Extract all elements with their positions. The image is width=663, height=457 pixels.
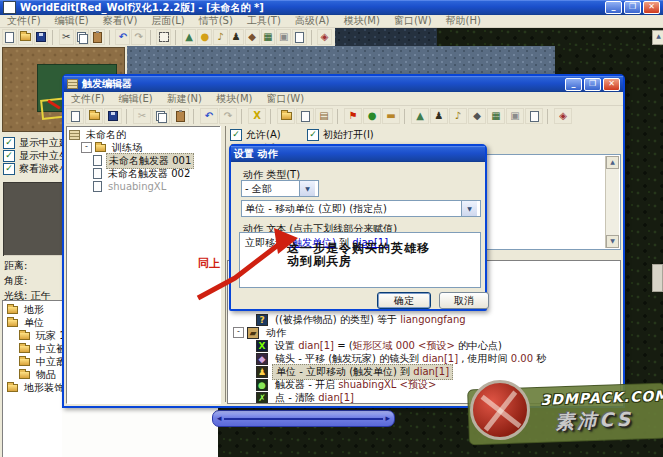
undo-icon[interactable]: ↶ (200, 108, 218, 124)
chevron-down-icon[interactable]: ▼ (299, 181, 315, 196)
region-palette-icon[interactable]: ▦ (261, 29, 276, 45)
te-menu-1[interactable]: 编辑(E) (112, 91, 160, 107)
map-scroll-widget[interactable]: ◂▸ (212, 410, 395, 427)
action-type-select[interactable]: 单位 - 移动单位 (立即) (指定点) ▼ (241, 200, 481, 217)
redo-icon[interactable]: ↷ (131, 29, 146, 45)
test-map-icon[interactable]: ◈ (554, 108, 572, 124)
sound-editor-icon[interactable]: ♪ (449, 108, 467, 124)
cancel-button[interactable]: 取消 (439, 292, 489, 309)
paste-icon[interactable] (90, 29, 105, 45)
te-tree-item[interactable]: 未命名的 (67, 128, 220, 141)
redo-icon[interactable]: ↷ (219, 108, 237, 124)
new-icon[interactable] (66, 108, 84, 124)
scroll-up-icon[interactable]: ▲ (606, 156, 619, 169)
tree-expander-icon[interactable]: - (233, 327, 244, 338)
object-editor-icon[interactable] (292, 29, 307, 45)
unit-editor-icon[interactable]: ♟ (430, 108, 448, 124)
text-segment: 动作 (266, 327, 286, 338)
te-tree-item[interactable]: 未命名触发器 002 (67, 167, 220, 180)
new-category-icon[interactable] (277, 108, 295, 124)
camera-editor-icon[interactable]: ◆ (468, 108, 486, 124)
main-menu-3[interactable]: 层面(L) (144, 13, 191, 29)
sound-editor-icon[interactable]: ♪ (213, 29, 228, 45)
region-editor-icon[interactable]: ▦ (487, 108, 505, 124)
tree-expander-icon[interactable]: - (81, 142, 92, 153)
comment-scrollbar[interactable]: ▲ ▼ (605, 156, 619, 248)
main-menu-6[interactable]: 高级(A) (288, 13, 337, 29)
new-map-icon[interactable] (2, 29, 17, 45)
map-water[interactable] (125, 46, 555, 76)
import-manager-icon[interactable]: ▣ (506, 108, 524, 124)
te-menu-3[interactable]: 模块(M) (209, 91, 259, 107)
main-menu-1[interactable]: 编辑(E) (48, 13, 96, 29)
map-scroll-up[interactable]: ▲ (652, 30, 663, 45)
scroll-down-icon[interactable]: ▼ (606, 235, 619, 248)
save-icon[interactable] (104, 108, 122, 124)
function-row[interactable]: ?((被操作物品) 的类型) 等于 liangongfang (229, 313, 619, 326)
te-minimize-button[interactable]: _ (565, 78, 582, 91)
selection-tool-icon[interactable] (156, 29, 171, 45)
variables-icon[interactable]: X (248, 108, 266, 124)
main-menu-4[interactable]: 情节(S) (192, 13, 240, 29)
te-toolbar: ✂↶↷X▤⚑●▬▲♟♪◆▦▣◈ (64, 106, 623, 126)
tree-item-label: 地形 (22, 303, 46, 317)
new-action-icon[interactable]: ▬ (382, 108, 400, 124)
cut-icon[interactable]: ✂ (133, 108, 151, 124)
te-maximize-button[interactable]: ❐ (584, 78, 601, 91)
dialog-titlebar[interactable]: 设置 动作 (231, 146, 485, 162)
folder-icon (19, 332, 30, 340)
enabled-checkbox[interactable]: ✓ (230, 129, 242, 141)
test-map-icon[interactable]: ◈ (317, 29, 332, 45)
map-forest-far[interactable] (437, 28, 663, 46)
te-menu-2[interactable]: 新建(N) (160, 91, 209, 107)
open-icon[interactable] (85, 108, 103, 124)
checkbox[interactable]: ✓ (3, 137, 15, 149)
new-condition-icon[interactable]: ● (363, 108, 381, 124)
main-menu-9[interactable]: 帮助(H) (439, 13, 488, 29)
text-segment: 矩形区域 000 <预设> (353, 340, 455, 351)
chevron-down-icon[interactable]: ▼ (461, 201, 477, 216)
map-water-far[interactable] (332, 28, 437, 46)
copy-icon[interactable] (75, 29, 90, 45)
new-trigger-icon[interactable] (296, 108, 314, 124)
cut-icon[interactable]: ✂ (59, 29, 74, 45)
checkbox[interactable]: ✓ (3, 150, 15, 162)
initially-on-checkbox[interactable]: ✓ (307, 129, 319, 141)
gold-icon: ● (200, 32, 209, 42)
camera-palette-icon[interactable]: ▣ (276, 29, 291, 45)
function-row[interactable]: -▰动作 (229, 326, 619, 339)
main-menu-8[interactable]: 窗口(W) (387, 13, 439, 29)
restore-button[interactable]: ❐ (624, 1, 641, 14)
te-close-button[interactable]: ✕ (603, 78, 620, 91)
unit-palette-icon[interactable]: ♟ (229, 29, 244, 45)
doodad-palette-icon[interactable]: ◆ (245, 29, 260, 45)
undo-icon[interactable]: ↶ (115, 29, 130, 45)
new-comment-icon[interactable]: ▤ (315, 108, 333, 124)
te-tree-item[interactable]: 未命名触发器 001 (67, 154, 220, 167)
minimize-button[interactable]: _ (605, 1, 622, 14)
save-map-icon[interactable] (34, 29, 49, 45)
te-tree-item[interactable]: shuabingXL (67, 180, 220, 193)
open-map-icon[interactable] (18, 29, 33, 45)
terrain-palette-icon[interactable]: ▲ (182, 29, 197, 45)
map-scroll-thumb[interactable] (652, 264, 663, 292)
main-menu-2[interactable]: 察看(V) (96, 13, 145, 29)
close-button[interactable]: ✕ (643, 1, 660, 14)
terrain-editor-icon[interactable]: ▲ (411, 108, 429, 124)
function-row[interactable]: ♟单位 - 立即移动 (触发单位) 到 dian[1] (229, 365, 619, 378)
main-menu-0[interactable]: 文件(F) (0, 13, 48, 29)
object-editor-icon[interactable] (525, 108, 543, 124)
checkbox[interactable]: ✓ (3, 163, 15, 175)
paste-icon[interactable] (171, 108, 189, 124)
new-event-icon[interactable]: ⚑ (344, 108, 362, 124)
type-filter-select[interactable]: - 全部 ▼ (241, 180, 319, 197)
main-menu-7[interactable]: 模块(M) (336, 13, 386, 29)
toolbar-separator (547, 109, 551, 124)
ok-button[interactable]: 确定 (377, 292, 431, 309)
te-menu-0[interactable]: 文件(F) (64, 91, 112, 107)
function-row[interactable]: X设置 dian[1] = (矩形区域 000 <预设> 的中心点) (229, 339, 619, 352)
copy-icon[interactable] (152, 108, 170, 124)
te-menu-4[interactable]: 窗口(W) (259, 91, 311, 107)
gold-icon[interactable]: ● (197, 29, 212, 45)
main-menu-5[interactable]: 工具(T) (240, 13, 288, 29)
